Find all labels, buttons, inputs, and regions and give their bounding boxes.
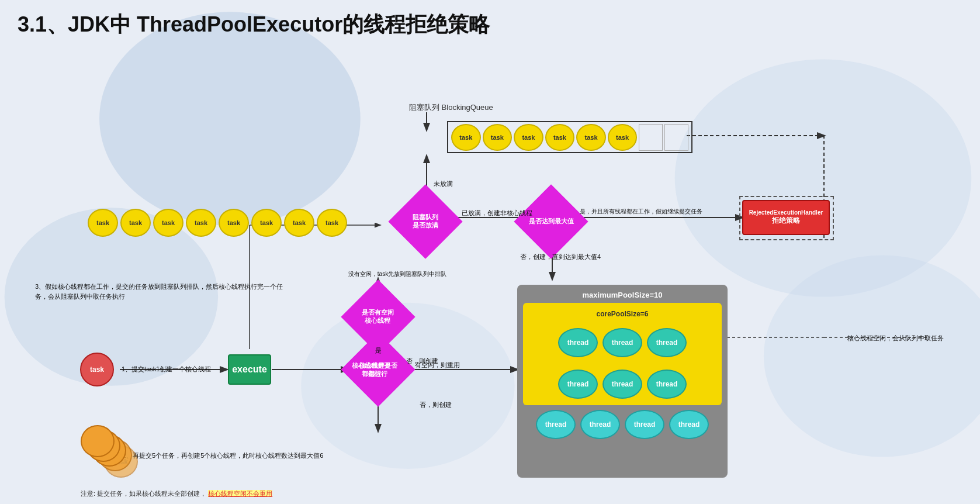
not-full-label: 未放满 — [434, 179, 453, 188]
top-task-8: task — [317, 209, 347, 237]
queue-task-5: task — [576, 124, 606, 151]
queue-task-3: task — [514, 124, 543, 151]
rejected-dashed-border — [739, 196, 834, 240]
step1-label: 1、提交task1创建一个核心线程 — [122, 365, 211, 374]
core-note-label: 核心线程空闲，会从队列中取任务 — [847, 334, 944, 343]
core-thread-1: thread — [558, 328, 598, 357]
top-task-6: task — [251, 209, 282, 237]
top-task-row: task task task task task task task task — [88, 209, 347, 237]
top-task-2: task — [120, 209, 151, 237]
page-title: 3.1、JDK中 ThreadPoolExecutor的线程拒绝策略 — [18, 11, 962, 39]
page-content: 3.1、JDK中 ThreadPoolExecutor的线程拒绝策略 — [0, 0, 980, 504]
core-thread-3: thread — [647, 328, 687, 357]
queue-task-2: task — [483, 124, 512, 151]
queue-empty-1 — [639, 124, 663, 151]
already-full-label: 已放满，创建非核心线程 — [462, 209, 532, 218]
no-create-label: 否，创建，直到达到最大值4 — [520, 253, 601, 261]
is-label-d3: 是 — [375, 346, 382, 355]
core-pool-panel: corePoolSize=6 thread thread thread thre… — [523, 303, 722, 405]
diamond3-text-overlay: 是否有空闲核心线程 — [344, 289, 411, 343]
core-thread-4: thread — [558, 370, 598, 399]
blocking-queue-label: 阻塞队列 BlockingQueue — [409, 102, 493, 113]
no-create2-label: 否，则创建 — [420, 401, 452, 409]
queue-task-6: task — [608, 124, 638, 151]
extra-thread-1: thread — [536, 410, 576, 439]
max-pool-label: maximumPoolSize=10 — [523, 291, 722, 299]
step3-label: 3、假如核心线程都在工作，提交的任务放到阻塞队列排队，然后核心线程执行完一个任务… — [35, 282, 292, 301]
queue-task-1: task — [451, 124, 481, 151]
note-highlight: 核心线程空闲不会重用 — [208, 490, 272, 497]
note-area: 注意: 提交任务，如果核心线程未全部创建， 核心线程空闲不会重用 — [81, 489, 272, 498]
no-label-d4: 否，则创建 — [406, 357, 438, 365]
core-thread-2: thread — [602, 328, 642, 357]
yes-all-working-label: 是，并且所有线程都在工作，假如继续提交任务 — [580, 208, 732, 215]
extra-thread-4: thread — [669, 410, 709, 439]
top-task-7: task — [284, 209, 314, 237]
core-thread-5: thread — [602, 370, 642, 399]
single-task: task — [80, 353, 114, 386]
queue-task-4: task — [545, 124, 575, 151]
extra-thread-3: thread — [625, 410, 664, 439]
top-task-4: task — [186, 209, 216, 237]
thread-pool-panel: maximumPoolSize=10 corePoolSize=6 thread… — [517, 285, 728, 478]
top-task-1: task — [88, 209, 118, 237]
core-pool-label: corePoolSize=6 — [528, 310, 717, 318]
no-space-label: 没有空闲，task先放到阻塞队列中排队 — [333, 270, 462, 278]
top-task-3: task — [153, 209, 183, 237]
arrows-layer — [18, 45, 964, 501]
top-task-5: task — [219, 209, 249, 237]
note-text: 注意: 提交任务，如果核心线程未全部创建， — [81, 490, 206, 497]
queue-empty-2 — [664, 124, 688, 151]
blocking-queue-box: task task task task task task — [447, 121, 692, 153]
execute-box: execute — [228, 354, 271, 385]
diamond4-text: 核心线程是否都运行 — [358, 361, 399, 378]
core-thread-6: thread — [647, 370, 687, 399]
diamond2-text-overlay: 是否达到最大值 — [517, 194, 585, 248]
step2-label: 2、再提交5个任务，再创建5个核心线程，此时核心线程数达到最大值6 — [123, 451, 323, 460]
diamond1-text-overlay: 阻塞队列是否放满 — [392, 194, 459, 248]
extra-thread-2: thread — [580, 410, 620, 439]
diagram-area: 阻塞队列 BlockingQueue task task task task t… — [18, 45, 964, 501]
